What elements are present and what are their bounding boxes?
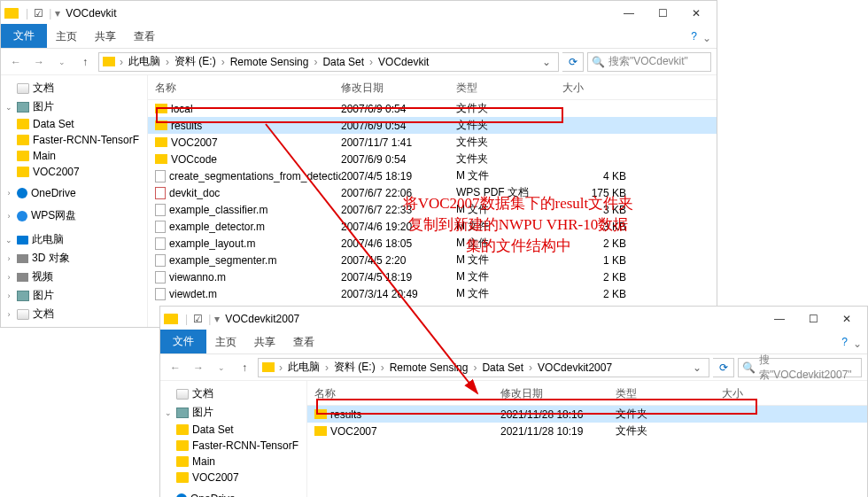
nav-item[interactable]: Data Set bbox=[3, 116, 145, 132]
ribbon-expand-icon[interactable]: ⌄ bbox=[853, 338, 862, 350]
minimize-button[interactable]: — bbox=[763, 308, 796, 330]
nav-item[interactable]: Main bbox=[3, 148, 145, 164]
table-row[interactable]: local2007/6/9 0:54文件夹 bbox=[148, 100, 717, 117]
breadcrumb[interactable]: Data Set bbox=[479, 361, 526, 374]
nav-item[interactable]: ›文档 bbox=[3, 305, 145, 323]
nav-item[interactable]: Faster-RCNN-TensorF bbox=[162, 438, 305, 454]
nav-item[interactable]: ›OneDrive bbox=[162, 491, 305, 497]
table-row[interactable]: create_segmentations_from_detectio...200… bbox=[148, 167, 717, 184]
recent-dropdown[interactable]: ⌄ bbox=[212, 358, 231, 377]
address-bar[interactable]: › 此电脑 › 资料 (E:) › Remote Sensing › Data … bbox=[98, 52, 559, 72]
back-button[interactable]: ← bbox=[6, 52, 26, 72]
tab-file[interactable]: 文件 bbox=[160, 330, 206, 353]
col-date[interactable]: 修改日期 bbox=[500, 384, 616, 403]
nav-item[interactable]: 文档 bbox=[3, 79, 145, 97]
breadcrumb[interactable]: 此电脑 bbox=[126, 54, 163, 69]
maximize-button[interactable]: ☐ bbox=[796, 308, 830, 330]
breadcrumb[interactable]: VOCdevkit bbox=[376, 56, 431, 68]
nav-item[interactable]: ›WPS网盘 bbox=[3, 206, 145, 225]
col-size[interactable]: 大小 bbox=[562, 79, 633, 97]
table-row[interactable]: viewanno.m2007/4/5 18:19M 文件2 KB bbox=[148, 268, 717, 285]
file-type: 文件夹 bbox=[456, 151, 562, 167]
search-input[interactable]: 🔍 搜索"VOCdevkit" bbox=[587, 52, 711, 72]
table-row[interactable]: example_detector.m2007/4/6 19:20M 文件3 KB bbox=[148, 218, 717, 235]
refresh-button[interactable]: ⟳ bbox=[562, 52, 584, 72]
nav-item[interactable]: ›3D 对象 bbox=[3, 249, 145, 268]
tab-file[interactable]: 文件 bbox=[1, 24, 47, 48]
nav-item[interactable]: VOC2007 bbox=[3, 164, 145, 180]
nav-item[interactable]: Faster-RCNN-TensorF bbox=[3, 132, 145, 148]
tab-view[interactable]: 查看 bbox=[125, 26, 164, 48]
table-row[interactable]: example_layout.m2007/4/6 18:05M 文件2 KB bbox=[148, 235, 717, 252]
breadcrumb[interactable]: Remote Sensing bbox=[387, 361, 471, 374]
table-row[interactable]: results2021/11/28 18:16文件夹 bbox=[307, 406, 867, 423]
nav-item[interactable]: 文档 bbox=[162, 384, 305, 403]
back-button[interactable]: ← bbox=[166, 358, 185, 377]
address-bar[interactable]: › 此电脑 › 资料 (E:) › Remote Sensing › Data … bbox=[258, 358, 709, 377]
close-button[interactable]: ✕ bbox=[679, 3, 713, 24]
close-button[interactable]: ✕ bbox=[830, 308, 864, 330]
column-headers[interactable]: 名称 修改日期 类型 大小 bbox=[307, 381, 867, 406]
table-row[interactable]: viewdet.m2007/3/14 20:49M 文件2 KB bbox=[148, 285, 717, 302]
help-icon[interactable]: ? bbox=[691, 30, 697, 43]
search-input[interactable]: 🔍 搜索"VOCdevkit2007" bbox=[738, 358, 862, 377]
breadcrumb[interactable]: VOCdevkit2007 bbox=[535, 361, 615, 374]
up-button[interactable]: ↑ bbox=[235, 358, 254, 377]
breadcrumb[interactable]: Data Set bbox=[320, 56, 367, 68]
breadcrumb[interactable]: Remote Sensing bbox=[228, 56, 312, 68]
col-date[interactable]: 修改日期 bbox=[341, 79, 456, 97]
nav-item[interactable]: ⌄此电脑 bbox=[3, 230, 145, 249]
nav-pane[interactable]: 文档 ⌄图片 Data Set Faster-RCNN-TensorF Main… bbox=[160, 381, 307, 497]
col-name[interactable]: 名称 bbox=[314, 384, 500, 403]
nav-item[interactable]: VOC2007 bbox=[162, 470, 305, 485]
breadcrumb[interactable]: 此电脑 bbox=[285, 360, 322, 375]
recent-dropdown[interactable]: ⌄ bbox=[52, 52, 72, 72]
table-row[interactable]: results2007/6/9 0:54文件夹 bbox=[148, 117, 717, 134]
overflow-icon[interactable]: ▾ bbox=[214, 313, 220, 325]
table-row[interactable]: VOC20072007/11/7 1:41文件夹 bbox=[148, 134, 717, 151]
table-row[interactable]: VOCcode2007/6/9 0:54文件夹 bbox=[148, 151, 717, 167]
col-name[interactable]: 名称 bbox=[155, 79, 341, 97]
col-size[interactable]: 大小 bbox=[722, 384, 793, 403]
tab-home[interactable]: 主页 bbox=[47, 26, 86, 48]
nav-item[interactable]: Data Set bbox=[162, 422, 305, 438]
address-dropdown-icon[interactable]: ⌄ bbox=[689, 361, 705, 374]
nav-item[interactable]: ⌄图片 bbox=[3, 97, 145, 116]
breadcrumb[interactable]: 资料 (E:) bbox=[172, 54, 219, 69]
overflow-icon[interactable]: ▾ bbox=[55, 7, 60, 19]
nav-pane[interactable]: 文档 ⌄图片 Data Set Faster-RCNN-TensorF Main… bbox=[1, 75, 148, 327]
table-row[interactable]: example_classifier.m2007/6/7 22:33M 文件3 … bbox=[148, 201, 717, 218]
table-row[interactable]: devkit_doc2007/6/7 22:06WPS PDF 文档175 KB bbox=[148, 184, 717, 201]
nav-item[interactable]: ›视频 bbox=[3, 268, 145, 286]
nav-item[interactable]: ⌄图片 bbox=[162, 403, 305, 422]
file-icon bbox=[155, 254, 166, 267]
tab-share[interactable]: 共享 bbox=[245, 331, 284, 353]
col-type[interactable]: 类型 bbox=[456, 79, 562, 97]
nav-item[interactable]: Main bbox=[162, 454, 305, 470]
col-type[interactable]: 类型 bbox=[616, 384, 722, 403]
titlebar[interactable]: | ☑ | ▾ VOCdevkit2007 — ☐ ✕ bbox=[160, 307, 867, 331]
maximize-button[interactable]: ☐ bbox=[646, 3, 679, 24]
nav-item[interactable]: ›OneDrive bbox=[3, 185, 145, 201]
help-icon[interactable]: ? bbox=[841, 336, 848, 348]
forward-button[interactable]: → bbox=[189, 358, 208, 377]
column-headers[interactable]: 名称 修改日期 类型 大小 bbox=[148, 75, 717, 100]
tab-share[interactable]: 共享 bbox=[86, 26, 125, 48]
table-row[interactable]: VOC20072021/11/28 10:19文件夹 bbox=[307, 423, 867, 439]
up-button[interactable]: ↑ bbox=[75, 52, 95, 72]
forward-button[interactable]: → bbox=[29, 52, 49, 72]
file-name: example_detector.m bbox=[169, 221, 265, 233]
titlebar[interactable]: | ☑ | ▾ VOCdevkit — ☐ ✕ bbox=[1, 1, 717, 26]
nav-item[interactable]: ›图片 bbox=[3, 286, 145, 305]
ribbon-expand-icon[interactable]: ⌄ bbox=[702, 32, 711, 44]
folder-icon bbox=[176, 472, 189, 483]
table-row[interactable]: example_segmenter.m2007/4/5 2:20M 文件1 KB bbox=[148, 252, 717, 268]
wps-icon bbox=[17, 211, 27, 221]
breadcrumb[interactable]: 资料 (E:) bbox=[331, 360, 378, 375]
file-list: 名称 修改日期 类型 大小 results2021/11/28 18:16文件夹… bbox=[307, 381, 867, 497]
refresh-button[interactable]: ⟳ bbox=[713, 358, 734, 377]
tab-view[interactable]: 查看 bbox=[284, 331, 323, 353]
address-dropdown-icon[interactable]: ⌄ bbox=[539, 56, 554, 68]
minimize-button[interactable]: — bbox=[612, 3, 646, 24]
tab-home[interactable]: 主页 bbox=[206, 331, 245, 353]
